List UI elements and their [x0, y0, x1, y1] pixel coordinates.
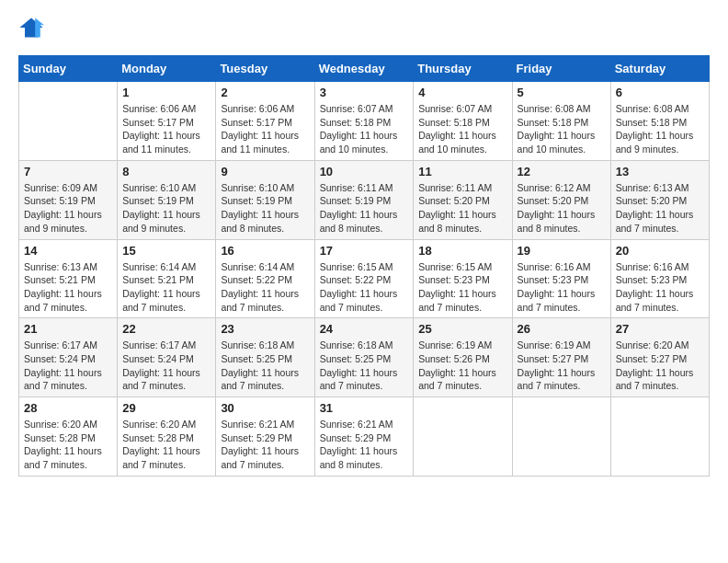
day-info: Sunrise: 6:09 AMSunset: 5:19 PMDaylight:… — [24, 181, 112, 236]
day-info: Sunrise: 6:07 AMSunset: 5:18 PMDaylight:… — [320, 102, 409, 156]
day-number: 16 — [221, 244, 309, 258]
calendar-cell: 26Sunrise: 6:19 AMSunset: 5:27 PMDayligh… — [512, 318, 610, 397]
calendar-week-row: 28Sunrise: 6:20 AMSunset: 5:28 PMDayligh… — [19, 397, 710, 477]
calendar-table: SundayMondayTuesdayWednesdayThursdayFrid… — [18, 55, 710, 477]
day-number: 27 — [616, 322, 704, 336]
calendar-cell: 21Sunrise: 6:17 AMSunset: 5:24 PMDayligh… — [19, 318, 118, 397]
day-number: 3 — [320, 86, 409, 99]
column-header-tuesday: Tuesday — [216, 56, 314, 82]
day-info: Sunrise: 6:12 AMSunset: 5:20 PMDaylight:… — [518, 181, 606, 236]
day-number: 21 — [24, 322, 112, 336]
day-info: Sunrise: 6:10 AMSunset: 5:19 PMDaylight:… — [221, 181, 309, 236]
calendar-week-row: 14Sunrise: 6:13 AMSunset: 5:21 PMDayligh… — [19, 239, 710, 318]
column-header-sunday: Sunday — [19, 56, 118, 82]
calendar-cell: 24Sunrise: 6:18 AMSunset: 5:25 PMDayligh… — [314, 318, 414, 397]
day-number: 6 — [616, 86, 704, 99]
logo-icon — [18, 15, 44, 40]
day-number: 1 — [122, 86, 210, 99]
day-info: Sunrise: 6:15 AMSunset: 5:22 PMDaylight:… — [320, 260, 409, 315]
calendar-cell: 9Sunrise: 6:10 AMSunset: 5:19 PMDaylight… — [216, 160, 314, 239]
calendar-cell: 13Sunrise: 6:13 AMSunset: 5:20 PMDayligh… — [610, 160, 709, 239]
day-number: 10 — [320, 165, 409, 178]
calendar-cell: 8Sunrise: 6:10 AMSunset: 5:19 PMDaylight… — [118, 160, 216, 239]
calendar-week-row: 1Sunrise: 6:06 AMSunset: 5:17 PMDaylight… — [19, 82, 710, 161]
column-header-thursday: Thursday — [414, 56, 512, 82]
calendar-cell: 7Sunrise: 6:09 AMSunset: 5:19 PMDaylight… — [19, 160, 118, 239]
calendar-cell: 2Sunrise: 6:06 AMSunset: 5:17 PMDaylight… — [216, 82, 314, 161]
day-number: 15 — [122, 244, 210, 258]
calendar-cell — [512, 397, 610, 477]
day-info: Sunrise: 6:08 AMSunset: 5:18 PMDaylight:… — [616, 102, 704, 156]
day-number: 28 — [24, 401, 112, 415]
logo — [18, 15, 44, 46]
day-info: Sunrise: 6:13 AMSunset: 5:21 PMDaylight:… — [24, 260, 112, 315]
calendar-cell: 23Sunrise: 6:18 AMSunset: 5:25 PMDayligh… — [216, 318, 314, 397]
day-number: 2 — [221, 86, 309, 99]
day-info: Sunrise: 6:18 AMSunset: 5:25 PMDaylight:… — [221, 339, 309, 393]
calendar-cell: 10Sunrise: 6:11 AMSunset: 5:19 PMDayligh… — [314, 160, 414, 239]
day-number: 13 — [616, 165, 704, 178]
calendar-header-row: SundayMondayTuesdayWednesdayThursdayFrid… — [19, 56, 710, 82]
day-info: Sunrise: 6:10 AMSunset: 5:19 PMDaylight:… — [122, 181, 210, 236]
page-header — [18, 15, 710, 46]
calendar-cell: 18Sunrise: 6:15 AMSunset: 5:23 PMDayligh… — [414, 239, 512, 318]
calendar-cell — [414, 397, 512, 477]
day-number: 5 — [518, 86, 606, 99]
day-info: Sunrise: 6:21 AMSunset: 5:29 PMDaylight:… — [320, 418, 409, 472]
column-header-wednesday: Wednesday — [314, 56, 414, 82]
calendar-cell: 29Sunrise: 6:20 AMSunset: 5:28 PMDayligh… — [118, 397, 216, 477]
calendar-cell: 4Sunrise: 6:07 AMSunset: 5:18 PMDaylight… — [414, 82, 512, 161]
day-info: Sunrise: 6:08 AMSunset: 5:18 PMDaylight:… — [518, 102, 606, 156]
day-number: 23 — [221, 322, 309, 336]
calendar-cell: 31Sunrise: 6:21 AMSunset: 5:29 PMDayligh… — [314, 397, 414, 477]
day-info: Sunrise: 6:07 AMSunset: 5:18 PMDaylight:… — [418, 102, 506, 156]
calendar-cell — [19, 82, 118, 161]
calendar-cell: 16Sunrise: 6:14 AMSunset: 5:22 PMDayligh… — [216, 239, 314, 318]
day-number: 11 — [418, 165, 506, 178]
day-info: Sunrise: 6:16 AMSunset: 5:23 PMDaylight:… — [616, 260, 704, 315]
calendar-cell: 25Sunrise: 6:19 AMSunset: 5:26 PMDayligh… — [414, 318, 512, 397]
calendar-cell: 14Sunrise: 6:13 AMSunset: 5:21 PMDayligh… — [19, 239, 118, 318]
calendar-cell: 15Sunrise: 6:14 AMSunset: 5:21 PMDayligh… — [118, 239, 216, 318]
day-number: 17 — [320, 244, 409, 258]
day-number: 20 — [616, 244, 704, 258]
day-number: 25 — [418, 322, 506, 336]
day-info: Sunrise: 6:17 AMSunset: 5:24 PMDaylight:… — [24, 339, 112, 393]
calendar-week-row: 7Sunrise: 6:09 AMSunset: 5:19 PMDaylight… — [19, 160, 710, 239]
day-number: 12 — [518, 165, 606, 178]
day-number: 26 — [518, 322, 606, 336]
day-number: 30 — [221, 401, 309, 415]
day-number: 24 — [320, 322, 409, 336]
day-number: 14 — [24, 244, 112, 258]
day-number: 19 — [518, 244, 606, 258]
calendar-cell — [610, 397, 709, 477]
day-info: Sunrise: 6:06 AMSunset: 5:17 PMDaylight:… — [122, 102, 210, 156]
column-header-monday: Monday — [118, 56, 216, 82]
day-info: Sunrise: 6:20 AMSunset: 5:27 PMDaylight:… — [616, 339, 704, 393]
calendar-cell: 27Sunrise: 6:20 AMSunset: 5:27 PMDayligh… — [610, 318, 709, 397]
day-info: Sunrise: 6:16 AMSunset: 5:23 PMDaylight:… — [518, 260, 606, 315]
calendar-cell: 11Sunrise: 6:11 AMSunset: 5:20 PMDayligh… — [414, 160, 512, 239]
day-info: Sunrise: 6:15 AMSunset: 5:23 PMDaylight:… — [418, 260, 506, 315]
day-number: 7 — [24, 165, 112, 178]
calendar-cell: 3Sunrise: 6:07 AMSunset: 5:18 PMDaylight… — [314, 82, 414, 161]
day-info: Sunrise: 6:11 AMSunset: 5:19 PMDaylight:… — [320, 181, 409, 236]
day-info: Sunrise: 6:19 AMSunset: 5:26 PMDaylight:… — [418, 339, 506, 393]
calendar-cell: 17Sunrise: 6:15 AMSunset: 5:22 PMDayligh… — [314, 239, 414, 318]
calendar-cell: 1Sunrise: 6:06 AMSunset: 5:17 PMDaylight… — [118, 82, 216, 161]
day-info: Sunrise: 6:14 AMSunset: 5:22 PMDaylight:… — [221, 260, 309, 315]
day-number: 29 — [122, 401, 210, 415]
calendar-cell: 5Sunrise: 6:08 AMSunset: 5:18 PMDaylight… — [512, 82, 610, 161]
day-number: 18 — [418, 244, 506, 258]
calendar-cell: 22Sunrise: 6:17 AMSunset: 5:24 PMDayligh… — [118, 318, 216, 397]
day-info: Sunrise: 6:20 AMSunset: 5:28 PMDaylight:… — [122, 418, 210, 472]
day-info: Sunrise: 6:21 AMSunset: 5:29 PMDaylight:… — [221, 418, 309, 472]
day-number: 8 — [122, 165, 210, 178]
day-info: Sunrise: 6:06 AMSunset: 5:17 PMDaylight:… — [221, 102, 309, 156]
day-info: Sunrise: 6:19 AMSunset: 5:27 PMDaylight:… — [518, 339, 606, 393]
calendar-cell: 6Sunrise: 6:08 AMSunset: 5:18 PMDaylight… — [610, 82, 709, 161]
day-number: 31 — [320, 401, 409, 415]
day-number: 4 — [418, 86, 506, 99]
day-info: Sunrise: 6:17 AMSunset: 5:24 PMDaylight:… — [122, 339, 210, 393]
day-number: 9 — [221, 165, 309, 178]
